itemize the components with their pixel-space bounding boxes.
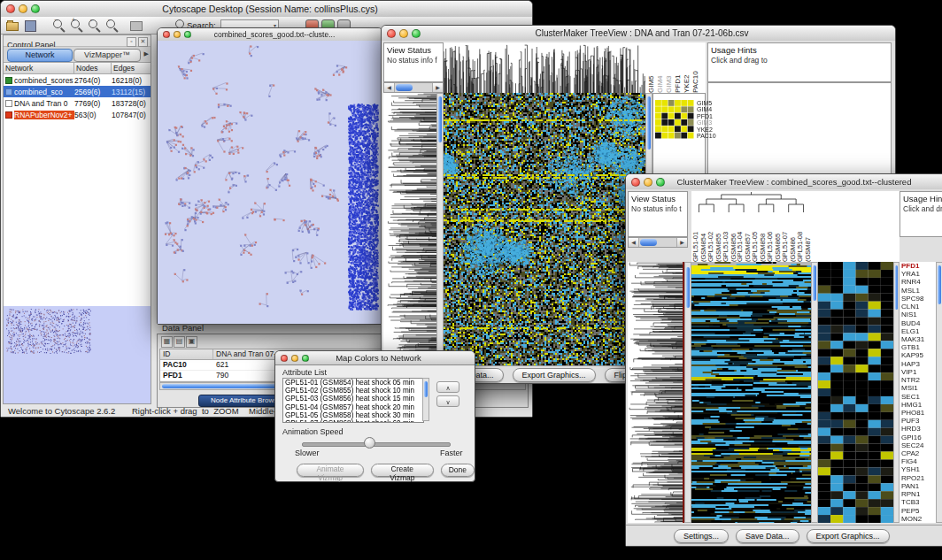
scrollbar-thumb[interactable] xyxy=(640,239,657,246)
column-label[interactable]: GPL51-04 (GSM857 xyxy=(736,212,751,262)
gene-label[interactable]: VIP1 xyxy=(900,368,936,376)
gene-label[interactable]: RNR4 xyxy=(900,278,936,286)
gene-label[interactable]: GTB1 xyxy=(900,343,936,351)
col-id[interactable]: ID xyxy=(160,349,213,359)
gene-label[interactable]: MON2 xyxy=(900,515,936,523)
network-row[interactable]: RNAPuberNov2+ 563(0) 107847(0) xyxy=(4,109,151,120)
network-canvas[interactable] xyxy=(160,42,380,322)
scrollbar-thumb[interactable] xyxy=(438,96,442,142)
scroll-left-arrow[interactable] xyxy=(629,238,639,247)
gene-label[interactable]: SEC24 xyxy=(900,441,936,449)
gene-label[interactable]: HMG1 xyxy=(900,401,936,409)
snapshot-icon[interactable] xyxy=(130,19,143,32)
mini-gene-label[interactable]: YKE2 xyxy=(697,127,716,133)
col-nodes[interactable]: Nodes xyxy=(74,63,112,73)
attribute-list-item[interactable]: GPL51-02 (GSM855) heat shock 10 min xyxy=(283,387,423,395)
mini-gene-label[interactable]: GIM4 xyxy=(697,106,716,112)
scrollbar-thumb[interactable] xyxy=(686,267,690,308)
scroll-track[interactable] xyxy=(639,238,676,247)
zoom-fit-icon[interactable] xyxy=(88,19,101,32)
comb-heatmap-vscroll[interactable] xyxy=(811,262,818,523)
mini-gene-label[interactable]: GIM3 xyxy=(697,119,716,126)
network-view-titlebar[interactable]: combined_scores_good.txt--cluste... xyxy=(158,28,382,42)
scroll-track[interactable] xyxy=(395,83,432,92)
gene-label[interactable]: PEP5 xyxy=(900,507,936,515)
float-panel-icon[interactable] xyxy=(127,37,136,47)
network-row[interactable]: DNA and Tran 0 7769(0) 183728(0) xyxy=(4,97,151,109)
column-label[interactable]: GIM4 xyxy=(656,42,665,93)
tab-network[interactable]: Network xyxy=(7,49,73,62)
zoom-out-icon[interactable] xyxy=(52,19,66,32)
dialog-action-button[interactable]: Done xyxy=(441,464,475,477)
dialog-action-button[interactable]: Animate Vizmap xyxy=(297,464,364,477)
column-label[interactable]: GPL51-05 (GSM858 xyxy=(751,212,766,262)
column-label[interactable]: GPL51-02 (GSM855 xyxy=(706,212,722,262)
zoom-button[interactable] xyxy=(184,31,191,38)
dna-rowtree-canvas[interactable] xyxy=(383,93,436,365)
attribute-list-item[interactable]: GPL51-01 (GSM854) heat shock 05 min xyxy=(283,379,423,387)
gene-label[interactable]: NIS1 xyxy=(900,311,936,318)
minimize-button[interactable] xyxy=(174,31,181,38)
gene-label[interactable]: CLN1 xyxy=(900,303,936,311)
column-label[interactable]: PFD1 xyxy=(674,42,683,93)
attribute-list-item[interactable]: GPL51-05 (GSM858) heat shock 30 min xyxy=(283,411,423,419)
gene-label[interactable]: TCB3 xyxy=(900,498,936,506)
scroll-right-arrow[interactable] xyxy=(676,238,687,247)
scrollbar-thumb[interactable] xyxy=(647,96,651,150)
gene-label[interactable]: SEC1 xyxy=(900,393,936,401)
zoom-heatmap-canvas[interactable] xyxy=(818,262,893,523)
treeview-action-button[interactable]: Export Graphics... xyxy=(513,368,596,382)
dialog-action-button[interactable]: Create Vizmap xyxy=(371,464,434,477)
minimize-button[interactable] xyxy=(291,355,298,362)
open-folder-icon[interactable] xyxy=(6,19,19,32)
gene-label[interactable]: YSH1 xyxy=(900,465,936,473)
clear-attributes-icon[interactable] xyxy=(186,336,197,348)
mini-gene-label[interactable]: PAC10 xyxy=(697,133,716,139)
tab-vizmapper[interactable]: VizMapper™ xyxy=(73,49,141,62)
gene-label[interactable]: HAP3 xyxy=(900,360,936,368)
close-button[interactable] xyxy=(163,31,170,38)
gene-label[interactable]: MSL1 xyxy=(900,287,936,295)
column-label[interactable]: GIM3 xyxy=(665,42,674,93)
treeview-action-button[interactable]: Export Graphics... xyxy=(807,529,890,543)
attribute-table-icon[interactable] xyxy=(161,336,173,348)
column-label[interactable]: YKE2 xyxy=(683,42,691,93)
gene-list-vscroll[interactable] xyxy=(936,262,942,523)
gene-label[interactable]: CPA2 xyxy=(900,449,936,457)
save-icon[interactable] xyxy=(25,19,38,32)
gene-label[interactable]: KAP95 xyxy=(900,351,936,359)
zoom-button[interactable] xyxy=(31,4,40,13)
gene-label[interactable]: RPO21 xyxy=(900,474,936,482)
column-label[interactable]: GPL51-01 (GSM854 xyxy=(691,212,706,262)
gene-label[interactable]: PFD1 xyxy=(900,262,936,270)
gene-label[interactable]: PAN1 xyxy=(900,482,936,490)
dialog-titlebar[interactable]: Map Colors to Network xyxy=(275,351,475,365)
overview-canvas[interactable] xyxy=(4,306,151,403)
move-down-button[interactable]: ∨ xyxy=(436,395,459,407)
gene-label[interactable]: RPN1 xyxy=(900,490,936,498)
move-up-button[interactable]: ∧ xyxy=(436,381,459,393)
treeview-combined-titlebar[interactable]: ClusterMaker TreeView : combined_scores_… xyxy=(626,174,942,190)
tab-overflow-arrow[interactable]: ▶ xyxy=(144,50,149,58)
attribute-list-item[interactable]: GPL51-03 (GSM856) heat shock 15 min xyxy=(283,395,423,403)
gene-label[interactable]: HRD3 xyxy=(900,425,936,433)
scrollbar-thumb[interactable] xyxy=(813,265,816,301)
col-network[interactable]: Network xyxy=(4,63,74,73)
speed-slider-thumb[interactable] xyxy=(364,437,375,449)
column-label[interactable]: GPL51-03 (GSM856 xyxy=(722,212,737,262)
zoom-button[interactable] xyxy=(412,29,421,38)
mini-gene-label[interactable]: GIM5 xyxy=(697,100,716,106)
status-hscroll[interactable] xyxy=(383,82,444,93)
gene-label[interactable]: BUD4 xyxy=(900,319,936,327)
zoom-heatmap-vscroll[interactable] xyxy=(893,262,900,523)
network-row[interactable]: combined_sco 2569(6) 13112(15) xyxy=(4,86,151,97)
attribute-list-vscroll[interactable] xyxy=(422,378,429,421)
close-panel-icon[interactable] xyxy=(138,37,148,47)
zoom-button[interactable] xyxy=(302,355,309,362)
dna-coltree-canvas[interactable] xyxy=(444,42,645,93)
column-label[interactable]: PAC10 xyxy=(691,42,700,93)
gene-label[interactable]: MAK31 xyxy=(900,335,936,343)
gene-label[interactable]: PHO81 xyxy=(900,409,936,417)
main-titlebar[interactable]: Cytoscape Desktop (Session Name: collins… xyxy=(1,1,532,18)
zoom-in-icon[interactable] xyxy=(70,19,83,32)
